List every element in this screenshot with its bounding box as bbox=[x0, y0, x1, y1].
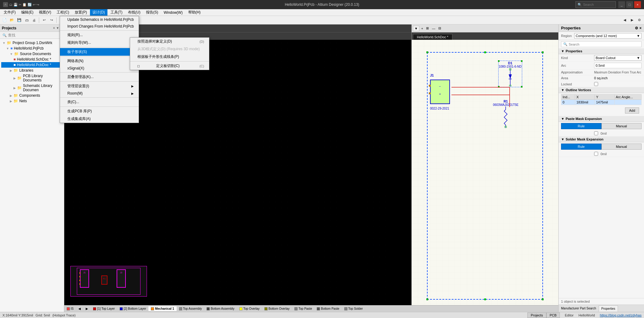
layer-top-solder[interactable]: Top Solder bbox=[342, 306, 365, 311]
toolbar-redo[interactable]: ↪ bbox=[48, 17, 55, 24]
tree-sch-lib[interactable]: ▶ 📁 Schematic Library Documen bbox=[1, 83, 63, 93]
solder-rule-button[interactable]: Rule bbox=[561, 144, 601, 150]
project-search-input[interactable] bbox=[8, 33, 62, 37]
toolbar-print[interactable]: 🖨 bbox=[31, 17, 37, 24]
sch-toolbar-btn1[interactable]: + bbox=[420, 26, 424, 31]
layer-nav-left[interactable]: ◀ bbox=[76, 306, 83, 311]
menu-view[interactable]: 视图(V) bbox=[36, 9, 54, 16]
menu-project[interactable]: 工程(C) bbox=[54, 9, 72, 16]
properties-close-icon[interactable]: × bbox=[639, 26, 642, 30]
menu-route[interactable]: 布线(U) bbox=[125, 9, 143, 16]
sch-toolbar-btn4[interactable]: ⊟ bbox=[437, 26, 442, 31]
paste-manual-button[interactable]: Manual bbox=[601, 123, 642, 129]
layer-top-paste[interactable]: Top Paste bbox=[292, 306, 314, 311]
layer-bottom[interactable]: [2] Bottom Layer bbox=[117, 306, 148, 311]
menu-help[interactable]: 帮助(H) bbox=[186, 9, 203, 16]
tree-components[interactable]: ▶ 📁 Components bbox=[1, 93, 63, 98]
kind-dropdown[interactable]: Board Cutout ▼ bbox=[594, 55, 642, 61]
tree-nets[interactable]: ▶ 📁 Nets bbox=[1, 98, 63, 104]
solder-grid-checkbox[interactable] bbox=[594, 152, 598, 156]
tree-prjpcb[interactable]: ▼ ■ HelloWorld.PrjPcb bbox=[1, 46, 63, 51]
toolbar-save[interactable]: 💾 bbox=[16, 17, 23, 24]
design-menu-rules-wizard[interactable]: 规则向导(W)... bbox=[60, 39, 139, 47]
sch-component-d1[interactable]: D1 1080-1501-6-ND bbox=[499, 61, 522, 87]
layer-bottom-assembly[interactable]: Bottom Assembly bbox=[204, 306, 237, 311]
menu-edit[interactable]: 编辑(E) bbox=[19, 9, 36, 16]
title-search-box[interactable]: 🔍 bbox=[575, 1, 616, 8]
menu-window[interactable]: Window(W) bbox=[161, 10, 185, 15]
manufacturer-tab[interactable]: Manufacturer Part Search bbox=[559, 305, 599, 311]
sch-component-r1[interactable]: R1 0603WAJ0201T5E bbox=[493, 99, 519, 128]
toolbar-panel-right[interactable]: ▶ bbox=[629, 17, 635, 24]
toolbar-undo[interactable]: ↩ bbox=[41, 17, 47, 24]
toolbar-new[interactable]: 📄 bbox=[1, 17, 8, 24]
layer-mechanical1[interactable]: Mechanical 1 bbox=[148, 306, 176, 311]
tab-schdoc[interactable]: HelloWorld.SchDoc * bbox=[413, 34, 452, 40]
design-menu-xsignal[interactable]: xSignal(X) ▶ bbox=[60, 65, 139, 72]
status-tab-projects[interactable]: Projects bbox=[527, 312, 546, 318]
paste-mask-section[interactable]: ▼ Paste Mask Expansion bbox=[559, 116, 644, 122]
design-menu-gen-int-lib[interactable]: 生成集成库(A) bbox=[60, 115, 139, 123]
region-dropdown[interactable]: Components (and 12 more) ▼ bbox=[574, 33, 642, 39]
toolbar-settings[interactable]: ⚙ bbox=[636, 17, 643, 24]
solder-manual-button[interactable]: Manual bbox=[601, 144, 642, 150]
menu-tools[interactable]: 工具(T) bbox=[108, 9, 125, 16]
toolbar-save-all[interactable]: 🗃 bbox=[23, 17, 30, 24]
panel-menu-btn[interactable]: ▼ bbox=[56, 26, 59, 30]
board-shape-gen-lines[interactable]: 根据板子外形生成线条(P) bbox=[130, 53, 209, 61]
design-menu-import[interactable]: Import Changes From HelloWorld.PrjPcb bbox=[60, 23, 139, 30]
layer-top[interactable]: [1] Top Layer bbox=[91, 306, 117, 311]
add-vertex-button[interactable]: Add bbox=[625, 107, 639, 114]
paste-grid-checkbox[interactable] bbox=[594, 131, 598, 135]
close-button[interactable]: × bbox=[634, 1, 641, 8]
layer-bottom-overlay[interactable]: Bottom Overlay bbox=[262, 306, 292, 311]
minimize-button[interactable]: _ bbox=[618, 1, 625, 8]
tree-schdoc[interactable]: ■ HelloWorld.SchDoc * bbox=[1, 57, 63, 62]
design-menu-room[interactable]: Room(M) ▶ bbox=[60, 90, 139, 97]
tree-libraries[interactable]: ▶ 📁 Libraries bbox=[1, 68, 63, 73]
tree-pcbdoc[interactable]: ■ HelloWorld.PcbDoc * bbox=[1, 62, 63, 68]
tree-pcb-lib[interactable]: ▶ 📁 PCB Library Documents bbox=[1, 73, 63, 83]
menu-place[interactable]: 放置(P) bbox=[72, 9, 89, 16]
menu-design[interactable]: 设计(D) bbox=[90, 9, 107, 16]
layer-bottom-paste[interactable]: Bottom Paste bbox=[314, 306, 342, 311]
status-tab-pcb[interactable]: PCB bbox=[546, 312, 560, 318]
design-menu-netlist[interactable]: 网络表(N) ▶ bbox=[60, 57, 139, 65]
paste-rule-button[interactable]: Rule bbox=[561, 123, 601, 129]
solder-mask-section[interactable]: ▼ Solder Mask Expansion bbox=[559, 137, 644, 142]
sch-toolbar-btn2[interactable]: ⊞ bbox=[425, 26, 430, 31]
tree-source-docs[interactable]: ▼ 📁 Source Documents bbox=[1, 51, 63, 57]
search-input[interactable] bbox=[583, 3, 614, 6]
design-menu-rules[interactable]: 规则(R)... bbox=[60, 31, 139, 39]
sch-component-j1[interactable]: J1 − + 0022-29-2021 bbox=[430, 80, 450, 104]
properties-settings-icon[interactable]: ⚙ bbox=[635, 26, 638, 30]
layer-is[interactable]: IS bbox=[64, 306, 76, 311]
design-menu-manage-layers[interactable]: 管理层设置(I) ▶ bbox=[60, 82, 139, 90]
arc-value[interactable]: 0.5mil bbox=[594, 63, 642, 68]
design-menu-classes[interactable]: 类(C)... bbox=[60, 98, 139, 106]
layer-nav-right[interactable]: ▶ bbox=[83, 306, 91, 311]
schematic-canvas[interactable]: J1 − + 0022-29-2021 D1 1080-1501-6-ND bbox=[412, 40, 558, 312]
layer-top-assembly[interactable]: Top Assembly bbox=[177, 306, 204, 311]
board-shape-define-selected[interactable]: 按照选择对象定义(D)(D) bbox=[130, 38, 209, 45]
properties-section-properties[interactable]: ▼ Properties bbox=[559, 48, 644, 54]
panel-add-btn[interactable]: + bbox=[53, 26, 55, 30]
outline-vertices-section[interactable]: ▼ Outline Vertices bbox=[559, 87, 644, 93]
properties-tab[interactable]: Properties bbox=[599, 305, 618, 312]
design-menu-board-shape[interactable]: 板子形状(S) ▶ bbox=[60, 48, 139, 56]
sch-toolbar-filter[interactable]: ▼ bbox=[413, 26, 419, 31]
menu-file[interactable]: 文件(F) bbox=[1, 9, 18, 16]
properties-search-box[interactable]: 🔍 bbox=[561, 41, 642, 47]
design-menu-layer-stack[interactable]: 层叠管理器(K)... bbox=[60, 73, 139, 81]
status-url[interactable]: https://blog.csdn.net/zdyhas bbox=[600, 313, 642, 317]
maximize-button[interactable]: □ bbox=[626, 1, 633, 8]
board-shape-define-3d[interactable]: 从3D模式定义(D) (Requires 3D mode) bbox=[130, 45, 209, 53]
sch-toolbar-btn3[interactable]: — bbox=[431, 26, 436, 31]
design-menu-gen-pcb-lib[interactable]: 生成PCB 库(P) bbox=[60, 107, 139, 115]
design-menu-update-sch[interactable]: Update Schematics in HelloWorld.PrjPcb bbox=[60, 16, 139, 23]
table-row[interactable]: 0 1830mil 1475mil bbox=[561, 100, 642, 105]
menu-reports[interactable]: 报告(S) bbox=[144, 9, 161, 16]
layer-top-overlay[interactable]: Top Overlay bbox=[237, 306, 262, 311]
toolbar-open[interactable]: 📂 bbox=[9, 17, 15, 24]
properties-search-input[interactable] bbox=[569, 43, 639, 46]
